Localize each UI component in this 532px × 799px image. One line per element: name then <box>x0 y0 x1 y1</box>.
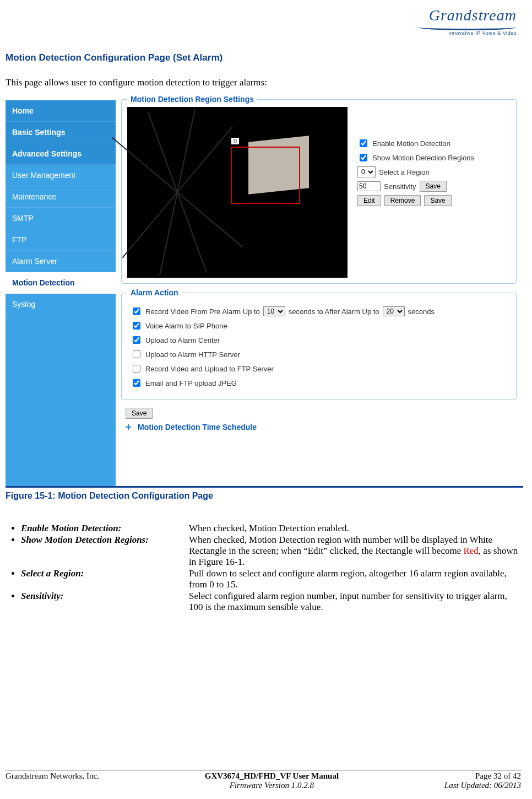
def-sens: Select configured alarm region number, i… <box>189 591 521 613</box>
sidebar-item-smtp[interactable]: SMTP <box>6 208 116 229</box>
sidebar-item-alarmserver[interactable]: Alarm Server <box>6 251 116 272</box>
sidebar-item-basic[interactable]: Basic Settings <box>6 122 116 143</box>
footer-left: Grandstream Networks, Inc. <box>6 771 99 790</box>
record-prealarm-checkbox[interactable] <box>133 307 140 315</box>
brand-logo: Grandstream Innovative IP Voice & Video <box>417 7 517 36</box>
voice-alarm-checkbox[interactable] <box>133 322 140 330</box>
term-select: Select a Region: <box>21 568 189 590</box>
term-enable: Enable Motion Detection: <box>21 523 189 534</box>
alarm-action-panel: Alarm Action Record Video From Pre Alarm… <box>121 288 517 400</box>
term-show: Show Motion Detection Regions: <box>21 535 189 568</box>
enable-motion-checkbox[interactable] <box>360 139 367 147</box>
sidebar-item-syslog[interactable]: Syslog <box>6 294 116 315</box>
footer-firmware: Firmware Version 1.0.2.8 <box>205 781 339 790</box>
sidebar-item-ftp[interactable]: FTP <box>6 229 116 251</box>
save-sensitivity-button[interactable]: Save <box>420 181 447 192</box>
sidebar-item-maintenance[interactable]: Maintenance <box>6 186 116 208</box>
select-region-label: Select a Region <box>379 168 430 176</box>
description-list: Enable Motion Detection: When checked, M… <box>6 523 521 613</box>
section-heading: Motion Detection Configuration Page (Set… <box>6 52 521 63</box>
upload-http-checkbox[interactable] <box>133 350 140 358</box>
prealarm-seconds-select[interactable]: 10 <box>263 306 285 316</box>
alarm-legend: Alarm Action <box>127 288 182 297</box>
def-show: When checked, Motion Detection region wi… <box>189 535 521 568</box>
sidebar-item-advanced[interactable]: Advanced Settings <box>6 143 116 165</box>
time-schedule-toggle[interactable]: + Motion Detection Time Schedule <box>121 419 517 432</box>
voice-alarm-label: Voice Alarm to SIP Phone <box>145 322 227 330</box>
record-pre-text-c: seconds <box>408 307 435 316</box>
region-settings-panel: Motion Detection Region Settings 0 <box>121 95 517 284</box>
def-enable: When checked, Motion Detection enabled. <box>189 523 521 534</box>
select-region-dropdown[interactable]: 0 <box>357 166 376 177</box>
time-schedule-label: Motion Detection Time Schedule <box>138 423 257 431</box>
figure-caption: Figure 15-1: Motion Detection Configurat… <box>6 491 521 501</box>
sidebar-item-usermgmt[interactable]: User Management <box>6 165 116 186</box>
footer-date: Last Updated: 06/2013 <box>444 781 521 790</box>
record-ftp-label: Record Video and Upload to FTP Server <box>145 365 274 373</box>
sidebar-item-motion[interactable]: Motion Detection <box>6 272 116 294</box>
upload-http-label: Upload to Alarm HTTP Server <box>145 350 240 359</box>
email-ftp-jpeg-checkbox[interactable] <box>133 379 140 387</box>
show-regions-checkbox[interactable] <box>360 154 367 161</box>
footer-page: Page 32 of 42 <box>444 771 521 781</box>
upload-center-checkbox[interactable] <box>133 336 140 344</box>
logo-tagline: Innovative IP Voice & Video <box>417 30 517 36</box>
sensitivity-input[interactable] <box>357 181 381 191</box>
nav-sidebar: Home Basic Settings Advanced Settings Us… <box>6 89 116 486</box>
remove-button[interactable]: Remove <box>384 195 421 206</box>
email-ftp-jpeg-label: Email and FTP upload JPEG <box>145 379 237 387</box>
footer-title: GXV3674_HD/FHD_VF User Manual <box>205 771 339 781</box>
upload-center-label: Upload to Alarm Center <box>145 336 220 344</box>
config-screenshot: Home Basic Settings Advanced Settings Us… <box>6 89 523 488</box>
video-preview: 0 <box>127 107 348 278</box>
def-select: Pull down to select and configure alarm … <box>189 568 521 590</box>
expand-icon: + <box>123 422 133 432</box>
region-legend: Motion Detection Region Settings <box>127 95 257 104</box>
edit-button[interactable]: Edit <box>357 195 381 206</box>
motion-region-rect[interactable] <box>231 147 300 204</box>
enable-motion-label: Enable Motion Detection <box>372 139 450 148</box>
record-pre-text-a: Record Video From Pre Alarm Up to <box>145 307 260 316</box>
page-footer: Grandstream Networks, Inc. GXV3674_HD/FH… <box>6 770 521 791</box>
save-region-button[interactable]: Save <box>424 195 451 206</box>
logo-text: Grandstream <box>417 7 517 24</box>
sidebar-item-home[interactable]: Home <box>6 100 116 122</box>
save-all-button[interactable]: Save <box>126 408 153 419</box>
term-sens: Sensitivity: <box>21 591 189 613</box>
record-pre-text-b: seconds to After Alarm Up to <box>289 307 379 316</box>
record-ftp-checkbox[interactable] <box>133 365 140 372</box>
region-number-badge: 0 <box>231 137 240 145</box>
intro-text: This page allows user to configure motio… <box>6 77 521 88</box>
postalarm-seconds-select[interactable]: 20 <box>383 306 405 316</box>
sensitivity-label: Sensitivity <box>384 182 416 191</box>
show-regions-label: Show Motion Detection Regions <box>372 154 474 162</box>
